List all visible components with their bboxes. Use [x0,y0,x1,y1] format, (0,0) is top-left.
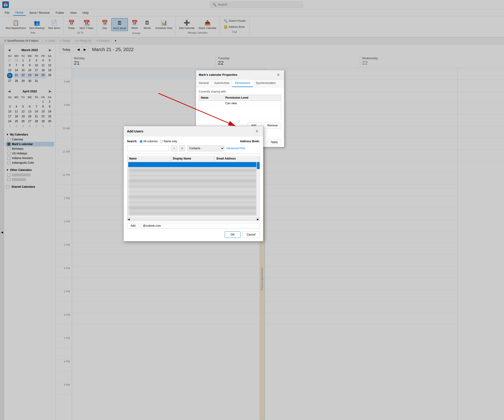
ok-button[interactable]: OK [225,231,240,238]
sharing-label: Currently sharing with: [199,90,281,93]
add-users-titlebar: Add Users ✕ [124,126,263,136]
address-book-label: Address Book: [240,140,260,143]
col-display: Display Name [171,156,214,162]
user-search-input[interactable] [127,146,169,151]
radio-all-label: All columns [143,140,157,143]
scroll-left-button[interactable]: ◀ [127,218,131,221]
contacts-scrollbar[interactable] [256,162,260,218]
search-go-button[interactable]: → [171,145,177,151]
properties-apply-button[interactable]: Apply [267,139,281,145]
contacts-table-container: Name Display Name Email Address [127,154,260,218]
properties-tab-synchronization[interactable]: Synchronization [253,79,278,87]
add-email-row: Add [127,223,260,229]
col-name: Name [127,156,171,162]
properties-dialog-tabs: General AutoArchive Permissions Synchron… [196,79,284,87]
contacts-body [127,162,260,218]
sharing-row-permission: Can view [223,101,281,106]
radio-all-columns[interactable]: All columns [140,140,157,143]
radio-name-input[interactable] [160,140,163,143]
properties-tab-permissions[interactable]: Permissions [232,79,253,87]
properties-dialog-title: Mark's calendar Properties [199,73,237,77]
add-users-close-button[interactable]: ✕ [254,128,260,134]
email-input[interactable] [141,223,260,229]
sharing-col-permission: Permission Level [223,95,281,101]
scroll-track [131,218,256,221]
properties-tab-autoarchive[interactable]: AutoArchive [212,79,232,87]
horizontal-scrollbar: ◀ ▶ [127,218,260,221]
address-book-select[interactable]: Contacts - [187,145,224,151]
contact-row-highlighted[interactable] [128,162,259,167]
radio-name-label: Name only [164,140,177,143]
ok-cancel-row: OK Cancel [127,231,260,238]
add-users-dialog: Add Users ✕ Search: All columns Name onl… [124,126,263,241]
advanced-find-link[interactable]: Advanced Find [226,147,245,150]
radio-all-input[interactable] [140,140,143,143]
search-clear-button[interactable]: ✕ [179,145,185,151]
add-field-button[interactable]: Add [127,223,139,229]
sharing-row-name [199,101,224,106]
properties-dialog-titlebar: Mark's calendar Properties ✕ [196,70,284,79]
cancel-button[interactable]: Cancel [242,231,260,238]
add-users-dialog-title: Add Users [127,129,143,133]
search-label: Search: [127,140,137,143]
scroll-right-button[interactable]: ▶ [256,218,260,221]
properties-tab-general[interactable]: General [196,79,212,87]
search-radio-group: All columns Name only [140,140,177,143]
contacts-table: Name Display Name Email Address [127,156,260,162]
remove-sharing-button[interactable]: Remove [264,122,281,128]
add-users-body: Search: All columns Name only Address Bo… [124,136,263,241]
blurred-contacts [127,168,260,215]
scrollbar-thumb [257,162,260,169]
properties-dialog-close[interactable]: ✕ [276,72,281,77]
sharing-table: Name Permission Level Can view [199,95,281,120]
sharing-col-name: Name [199,95,224,101]
radio-name-only[interactable]: Name only [160,140,177,143]
col-email: Email Address [215,156,260,162]
sharing-row[interactable]: Can view [199,101,281,106]
